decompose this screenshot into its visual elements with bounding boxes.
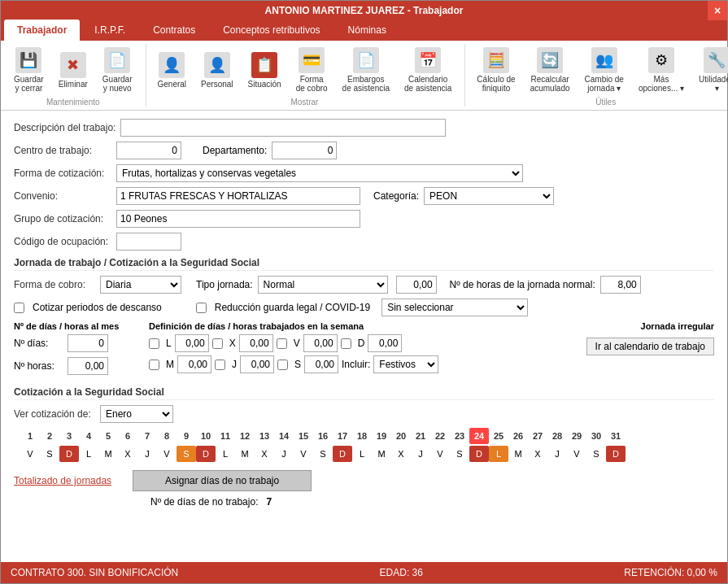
forma-cobro-icon: 💳: [299, 47, 325, 73]
guardar-nuevo-button[interactable]: 📄 Guardary nuevo: [96, 44, 139, 96]
general-label: General: [158, 80, 187, 89]
num-dias-input[interactable]: [68, 334, 108, 352]
departamento-input[interactable]: [272, 142, 337, 159]
day-v-input[interactable]: [303, 334, 338, 352]
reduccion-checkbox[interactable]: [196, 303, 207, 313]
asignar-btn[interactable]: Asignar días de no trabajo: [133, 470, 312, 491]
ir-calendario-button[interactable]: Ir al calendario de trabajo: [586, 338, 714, 355]
embargos-icon: 📄: [353, 47, 379, 73]
title-bar: ANTONIO MARTINEZ JUAREZ - Trabajador ×: [1, 1, 727, 20]
tipo-jornada-num[interactable]: [396, 276, 437, 294]
calculo-finiquito-button[interactable]: 🧮 Cálculo definiquito: [470, 44, 521, 96]
centro-trabajo-input[interactable]: [116, 142, 181, 159]
grupo-cotizacion-row: Grupo de cotización:: [14, 210, 714, 228]
dias-horas-section: Nº de días / horas al mes Nº días: Nº ho…: [14, 321, 714, 380]
day-x-check[interactable]: [212, 338, 223, 349]
clt-s1: S: [40, 446, 59, 462]
clt-l4: L: [489, 446, 508, 462]
tab-irpf[interactable]: I.R.P.F.: [81, 20, 138, 41]
cambio-jornada-button[interactable]: 👥 Cambio dejornada ▾: [578, 44, 630, 96]
cal-18: 18: [352, 428, 372, 444]
cotizar-label: Cotizar periodos de descanso: [33, 302, 162, 313]
cal-29: 29: [567, 428, 586, 444]
tipo-jornada-select[interactable]: Normal: [258, 276, 388, 294]
calendario-button[interactable]: 📅 Calendariode asistencia: [398, 44, 458, 96]
forma-cobro-row: Forma de cobro: Diaria Tipo jornada: Nor…: [14, 276, 714, 294]
day-s-input[interactable]: [304, 355, 338, 373]
tab-trabajador[interactable]: Trabajador: [4, 20, 80, 41]
day-l-input[interactable]: [175, 334, 209, 352]
day-m-label: M: [166, 359, 174, 370]
categoria-select[interactable]: PEON: [424, 187, 554, 205]
tab-contratos[interactable]: Contratos: [140, 20, 208, 41]
convenio-input[interactable]: [116, 187, 360, 205]
cal-10: 10: [196, 428, 216, 444]
horas-jornada-input[interactable]: [600, 276, 641, 294]
guardar-cerrar-button[interactable]: 💾 Guardary cerrar: [7, 44, 50, 96]
clt-v5: V: [567, 446, 586, 462]
def-dias-label: Definición de días / horas trabajados en…: [149, 321, 563, 331]
day-j-check[interactable]: [215, 360, 225, 370]
dias-no-trabajo-label: Nº de días de no trabajo:: [150, 496, 258, 508]
save-close-icon: 💾: [15, 47, 41, 73]
cotizar-checkbox[interactable]: [14, 303, 24, 313]
day-d-check[interactable]: [341, 338, 351, 349]
recalcular-button[interactable]: 🔄 Recalcularacumulado: [524, 44, 577, 96]
day-s-label: S: [294, 359, 301, 370]
day-m-check[interactable]: [149, 360, 159, 370]
day-m-input[interactable]: [177, 355, 211, 373]
jornada-irregular-group: Jornada irregular Ir al calendario de tr…: [568, 321, 714, 355]
situacion-button[interactable]: 📋 Situación: [242, 44, 288, 96]
main-content: Descripción del trabajo: Centro de traba…: [1, 111, 727, 568]
embargos-button[interactable]: 📄 Embargosde asistencia: [336, 44, 396, 96]
incluir-select[interactable]: Festivos: [373, 355, 438, 373]
day-v-check[interactable]: [277, 338, 287, 349]
tab-conceptos[interactable]: Conceptos retributivos: [210, 20, 333, 41]
day-j-input[interactable]: [240, 355, 274, 373]
calculo-finiquito-label: Cálculo definiquito: [477, 75, 515, 93]
grupo-cotizacion-input[interactable]: [116, 210, 360, 228]
num-horas-input[interactable]: [68, 357, 108, 375]
eliminar-button[interactable]: ✖ Eliminar: [52, 44, 94, 96]
close-button[interactable]: ×: [708, 1, 727, 20]
num-horas-field-label: Nº horas:: [14, 360, 63, 372]
section-jornada: Jornada de trabajo / Cotización a la Seg…: [14, 257, 714, 271]
day-v-label: V: [294, 338, 300, 349]
centro-trabajo-label: Centro de trabajo:: [14, 145, 111, 156]
day-x-input[interactable]: [239, 334, 273, 352]
cal-8: 8: [157, 428, 177, 444]
mes-select[interactable]: Enero: [100, 405, 173, 423]
forma-cobro-select[interactable]: Diaria: [100, 276, 181, 294]
clt-d5: D: [606, 446, 626, 462]
cal-1: 1: [20, 428, 40, 444]
days-inputs-2: M J S Incluir: Festivos: [149, 355, 563, 373]
day-s-check[interactable]: [277, 360, 288, 370]
dias-no-trabajo-row: Nº de días de no trabajo: 7: [14, 496, 714, 508]
clt-s5: S: [586, 446, 606, 462]
clt-j4: J: [547, 446, 567, 462]
clt-d3: D: [333, 446, 352, 462]
general-icon: 👤: [159, 52, 185, 78]
totalizado-link[interactable]: Totalizado de jornadas: [14, 475, 111, 486]
calendar-letters-row: V S D L M X J V S D L M X J V S D L M X: [20, 446, 714, 462]
tab-nominas[interactable]: Nóminas: [335, 20, 399, 41]
mas-opciones-button[interactable]: ⚙ Másopciones... ▾: [632, 44, 691, 96]
clt-v2: V: [157, 446, 177, 462]
save-new-label: Guardary nuevo: [102, 75, 133, 93]
clt-v1: V: [20, 446, 40, 462]
codigo-ocupacion-input[interactable]: [116, 233, 181, 251]
day-l-label: L: [166, 338, 172, 349]
num-horas-row: Nº horas:: [14, 357, 144, 375]
forma-cobro-button[interactable]: 💳 Formade cobro: [290, 44, 334, 96]
mantenimiento-label: Mantenimiento: [46, 98, 100, 107]
day-l-check[interactable]: [149, 338, 159, 349]
utilidades-button[interactable]: 🔧 Utilidades▾: [692, 44, 728, 96]
descripcion-input[interactable]: [120, 119, 446, 137]
num-dias-field-label: Nº días:: [14, 338, 63, 349]
personal-button[interactable]: 👤 Personal: [194, 44, 239, 96]
reduccion-select[interactable]: Sin seleccionar: [381, 299, 528, 316]
general-button[interactable]: 👤 General: [151, 44, 194, 96]
clt-m2: M: [235, 446, 255, 462]
day-d-input[interactable]: [368, 334, 402, 352]
forma-cotizacion-select[interactable]: Frutas, hortalizas y conservas vegetales: [116, 164, 523, 182]
